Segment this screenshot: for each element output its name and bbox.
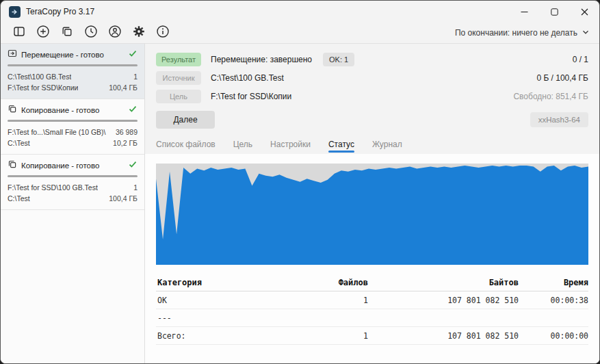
task-target-path: C:\Test bbox=[8, 138, 30, 148]
user-icon bbox=[108, 25, 122, 41]
copy-icon bbox=[8, 104, 17, 116]
tab-settings[interactable]: Настройки bbox=[270, 135, 311, 154]
tab-file-list[interactable]: Список файлов bbox=[156, 135, 216, 154]
result-status-text: Перемещение: завершено bbox=[211, 55, 312, 64]
copy-button[interactable] bbox=[57, 24, 77, 42]
action-row: Далее xxHash3-64 bbox=[156, 110, 588, 129]
stats-row-total: Всего: 1 107 801 082 510 00:00:00 bbox=[156, 327, 588, 345]
cell-bytes: 107 801 082 510 bbox=[368, 331, 519, 341]
tab-bar: Список файлов Цель Настройки Статус Журн… bbox=[145, 135, 599, 154]
task-source-path: C:\Test\100 GB.Test bbox=[8, 71, 71, 82]
result-pill[interactable]: Результат bbox=[156, 53, 201, 66]
task-title: Копирование - готово bbox=[21, 106, 124, 114]
task-card-copy-1[interactable]: Копирование - готово F:\Test fo...\Small… bbox=[1, 99, 144, 155]
source-pill[interactable]: Источник bbox=[156, 71, 201, 85]
stats-table: Категория Файлов Байтов Время OK 1 107 8… bbox=[156, 274, 588, 345]
task-source-row: F:\Test fo...\Small File (10 GB)\ 36 989 bbox=[8, 127, 138, 138]
target-path-text: F:\Test for SSD\Копии bbox=[211, 92, 291, 101]
task-source-row: C:\Test\100 GB.Test 1 bbox=[8, 71, 138, 82]
move-icon bbox=[8, 49, 17, 61]
task-size: 100,4 ГБ bbox=[109, 82, 138, 93]
stats-header-row: Категория Файлов Байтов Время bbox=[156, 274, 588, 291]
finish-action-dropdown[interactable]: По окончании: ничего не делать bbox=[455, 28, 590, 38]
task-file-count: 1 bbox=[133, 71, 138, 82]
cell-category: --- bbox=[156, 313, 286, 323]
settings-button[interactable] bbox=[129, 24, 149, 42]
speed-chart-svg bbox=[156, 164, 588, 265]
main-panel: Результат Перемещение: завершено OK: 1 0… bbox=[145, 44, 599, 363]
tab-status[interactable]: Статус bbox=[328, 135, 354, 154]
clock-icon bbox=[84, 25, 98, 41]
task-source-row: F:\Test for SSD\100 GB.Test 1 bbox=[8, 182, 138, 193]
cell-time: 00:00:00 bbox=[519, 331, 588, 341]
gear-icon bbox=[132, 25, 146, 41]
tab-target[interactable]: Цель bbox=[233, 135, 252, 154]
task-title: Перемещение - готово bbox=[21, 51, 124, 59]
add-task-button[interactable] bbox=[33, 24, 53, 42]
teracopy-window: TeraCopy Pro 3.17 bbox=[0, 0, 600, 364]
bytes-counter: 0 Б / 100,4 ГБ bbox=[536, 73, 588, 83]
task-target-row: C:\Test 100,4 ГБ bbox=[8, 193, 138, 204]
target-pill[interactable]: Цель bbox=[156, 90, 201, 103]
info-icon bbox=[156, 25, 170, 41]
check-icon bbox=[128, 49, 138, 61]
sidebar-toggle-icon bbox=[13, 25, 25, 40]
task-list: Перемещение - готово C:\Test\100 GB.Test… bbox=[1, 44, 145, 363]
copy-icon bbox=[8, 159, 17, 172]
source-path-text: C:\Test\100 GB.Test bbox=[211, 73, 284, 83]
target-row: Цель F:\Test for SSD\Копии Свободно: 851… bbox=[156, 87, 588, 105]
check-icon bbox=[128, 159, 138, 172]
task-card-copy-2[interactable]: Копирование - готово F:\Test for SSD\100… bbox=[1, 155, 144, 210]
check-icon bbox=[128, 104, 138, 116]
col-category: Категория bbox=[156, 278, 286, 287]
chevron-down-icon bbox=[582, 28, 590, 38]
tab-log[interactable]: Журнал bbox=[372, 135, 402, 154]
finish-action-label: По окончании: ничего не делать bbox=[455, 28, 577, 38]
cell-time: 00:00:38 bbox=[519, 296, 588, 305]
cell-category: Всего: bbox=[156, 331, 286, 341]
info-button[interactable] bbox=[153, 24, 173, 42]
task-source-path: F:\Test for SSD\100 GB.Test bbox=[8, 182, 98, 193]
account-button[interactable] bbox=[105, 24, 125, 42]
task-file-count: 36 989 bbox=[116, 127, 138, 138]
col-time: Время bbox=[519, 278, 588, 287]
next-button[interactable]: Далее bbox=[156, 111, 215, 129]
titlebar: TeraCopy Pro 3.17 bbox=[1, 1, 599, 23]
source-row: Источник C:\Test\100 GB.Test 0 Б / 100,4… bbox=[156, 68, 588, 87]
cell-category: OK bbox=[156, 296, 286, 305]
task-card-move[interactable]: Перемещение - готово C:\Test\100 GB.Test… bbox=[1, 44, 144, 99]
content: Перемещение - готово C:\Test\100 GB.Test… bbox=[1, 44, 599, 363]
task-progress-bar bbox=[8, 64, 138, 66]
task-title: Копирование - готово bbox=[21, 161, 124, 170]
ok-count-badge: OK: 1 bbox=[323, 53, 354, 66]
sidebar-toggle-button[interactable] bbox=[9, 24, 29, 42]
close-button[interactable] bbox=[569, 1, 599, 23]
stats-row-separator: --- bbox=[156, 309, 588, 327]
task-target-path: C:\Test bbox=[8, 193, 30, 204]
hash-algorithm-button[interactable]: xxHash3-64 bbox=[530, 112, 588, 127]
task-size: 10,2 ГБ bbox=[113, 138, 138, 148]
task-target-path: F:\Test for SSD\Копии bbox=[8, 82, 78, 93]
app-icon bbox=[9, 6, 21, 18]
task-target-row: C:\Test 10,2 ГБ bbox=[8, 138, 138, 148]
col-bytes: Байтов bbox=[368, 278, 519, 287]
maximize-button[interactable] bbox=[539, 1, 569, 23]
window-controls bbox=[509, 1, 599, 23]
minimize-button[interactable] bbox=[509, 1, 539, 23]
task-size: 100,4 ГБ bbox=[109, 193, 138, 204]
transfer-info: Результат Перемещение: завершено OK: 1 0… bbox=[145, 44, 599, 129]
cell-files: 1 bbox=[286, 296, 368, 305]
progress-counter: 0 / 1 bbox=[573, 55, 588, 64]
window-title: TeraCopy Pro 3.17 bbox=[26, 7, 94, 16]
task-source-path: F:\Test fo...\Small File (10 GB)\ bbox=[8, 127, 106, 138]
speed-chart bbox=[156, 164, 588, 265]
task-progress-bar bbox=[8, 175, 138, 177]
result-row: Результат Перемещение: завершено OK: 1 0… bbox=[156, 50, 588, 68]
history-button[interactable] bbox=[81, 24, 101, 42]
cell-files: 1 bbox=[286, 331, 368, 341]
cell-bytes: 107 801 082 510 bbox=[368, 296, 519, 305]
col-files: Файлов bbox=[286, 278, 368, 287]
speed-chart-area bbox=[156, 166, 588, 265]
copy-icon bbox=[61, 25, 73, 40]
task-progress-bar bbox=[8, 120, 138, 122]
